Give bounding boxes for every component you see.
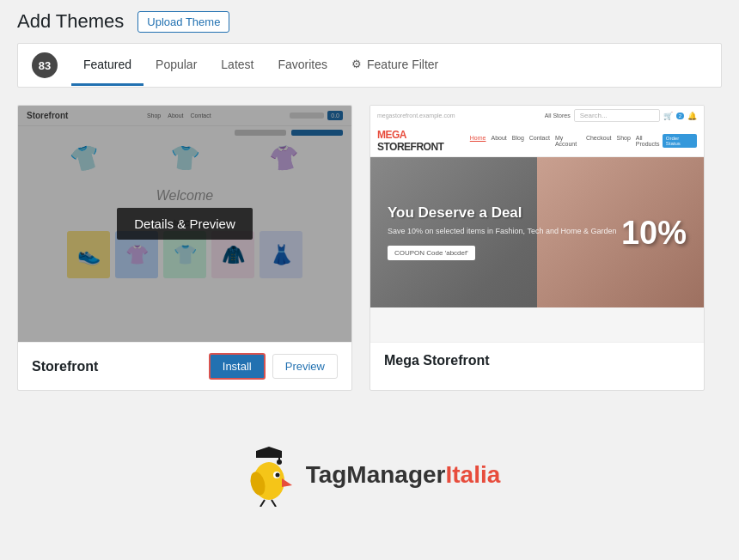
theme-card-storefront: Storefront Shop About Contact 0.0 <box>17 105 352 391</box>
tab-favorites[interactable]: Favorites <box>266 46 339 86</box>
filter-bar: 83 Featured Popular Latest Favorites ⚙ F… <box>17 43 722 88</box>
svg-point-7 <box>275 473 279 478</box>
mega-cart-badge: 2 <box>676 113 684 119</box>
tab-featured[interactable]: Featured <box>71 46 144 86</box>
mega-percentage: 10% <box>621 214 687 251</box>
mega-logo: MEGA STOREFRONT <box>377 129 470 153</box>
page-title: Add Themes <box>17 10 124 33</box>
filter-nav: Featured Popular Latest Favorites ⚙ Feat… <box>71 44 707 87</box>
mega-hero: You Deserve a Deal Save 10% on selected … <box>370 157 704 307</box>
mega-nav-bar: MEGA STOREFRONT Home About Blog Contact … <box>370 125 704 157</box>
theme-count-badge: 83 <box>32 52 58 78</box>
preview-button-storefront[interactable]: Preview <box>272 354 338 379</box>
storefront-name: Storefront <box>32 359 98 374</box>
mega-menu: Home About Blog Contact My Account Check… <box>470 135 663 147</box>
svg-marker-5 <box>282 478 292 487</box>
tab-latest[interactable]: Latest <box>209 46 266 86</box>
themes-grid: Storefront Shop About Contact 0.0 <box>0 105 739 408</box>
mega-coupon-btn: COUPON Code 'abcdef' <box>388 246 475 260</box>
page-header: Add Themes Upload Theme <box>0 0 739 43</box>
mega-mockup: megastorefront.example.com All Stores Se… <box>370 106 704 342</box>
details-preview-button[interactable]: Details & Preview <box>117 208 253 240</box>
storefront-footer: Storefront Install Preview <box>18 342 351 390</box>
tmi-bird-icon <box>239 442 299 507</box>
mega-search: Search... <box>574 109 660 122</box>
tab-feature-filter[interactable]: ⚙ Feature Filter <box>339 46 450 86</box>
mega-cart-icons: 🛒 2 🔔 <box>663 112 697 120</box>
mega-footer: Mega Storefront <box>370 342 704 379</box>
tab-popular[interactable]: Popular <box>144 46 209 86</box>
mega-top-actions: All Stores Search... 🛒 2 🔔 <box>545 109 697 122</box>
mega-order-status-btn: Order Status <box>663 134 697 148</box>
svg-point-2 <box>277 460 282 465</box>
storefront-actions: Install Preview <box>209 353 338 380</box>
theme-thumbnail-mega: megastorefront.example.com All Stores Se… <box>370 106 704 342</box>
install-button-storefront[interactable]: Install <box>209 353 266 380</box>
upload-theme-button[interactable]: Upload Theme <box>137 11 229 33</box>
svg-line-8 <box>260 500 265 507</box>
mega-storefront-name: Mega Storefront <box>384 353 490 368</box>
svg-line-9 <box>272 500 276 507</box>
theme-thumbnail-storefront: Storefront Shop About Contact 0.0 <box>18 106 351 342</box>
svg-marker-0 <box>256 447 282 458</box>
mega-hero-content: You Deserve a Deal Save 10% on selected … <box>388 204 616 260</box>
gear-icon: ⚙ <box>351 58 362 70</box>
storefront-overlay: Details & Preview <box>18 106 351 342</box>
theme-card-mega-storefront: megastorefront.example.com All Stores Se… <box>370 105 705 391</box>
tmi-logo-container: TagManagerItalia <box>239 442 501 507</box>
mega-top-bar: megastorefront.example.com All Stores Se… <box>370 106 704 125</box>
mega-hero-subtitle: Save 10% on selected items in Fashion, T… <box>388 227 616 235</box>
tmi-text: TagManagerItalia <box>306 461 501 489</box>
tag-manager-logo-area: TagManagerItalia <box>0 408 739 541</box>
mega-hero-title: You Deserve a Deal <box>388 204 616 222</box>
